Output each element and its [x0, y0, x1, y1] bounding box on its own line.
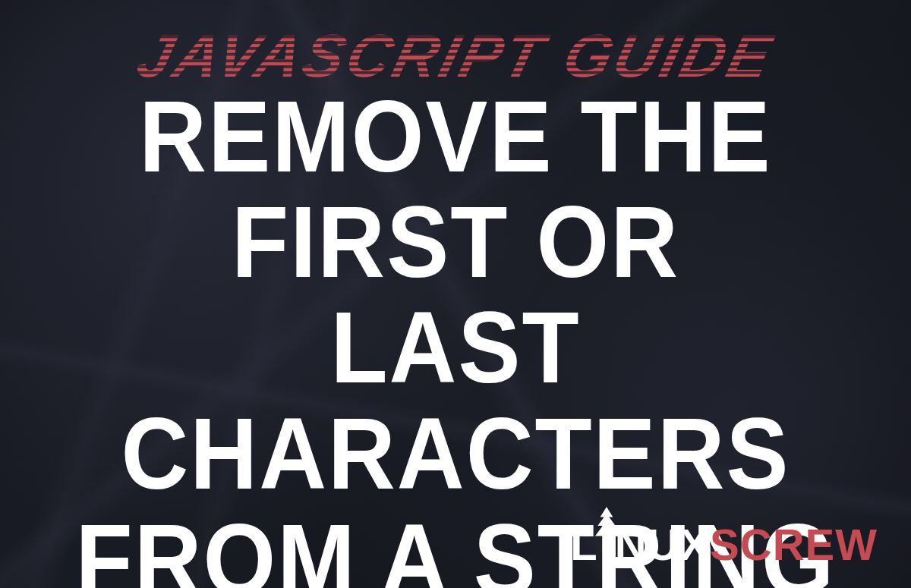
logo-word-linux: L NUX — [570, 523, 710, 567]
title-line: LAST CHARACTERS — [18, 295, 893, 507]
logo-letter-i-with-tree — [598, 523, 615, 567]
svg-marker-0 — [595, 507, 618, 536]
series-label: JAVASCRIPT GUIDE — [131, 26, 780, 86]
banner-content: JAVASCRIPT GUIDE REMOVE THE FIRST OR LAS… — [0, 0, 911, 588]
pine-tree-icon — [593, 507, 619, 540]
title-line: REMOVE THE FIRST OR — [18, 83, 893, 295]
logo-word-screw: SCREW — [710, 523, 878, 567]
svg-rect-1 — [604, 534, 609, 539]
logo-letter: NUX — [615, 523, 710, 567]
linuxscrew-logo: L NUX SCREW — [570, 523, 878, 567]
banner-title: REMOVE THE FIRST OR LAST CHARACTERS FROM… — [0, 83, 911, 588]
